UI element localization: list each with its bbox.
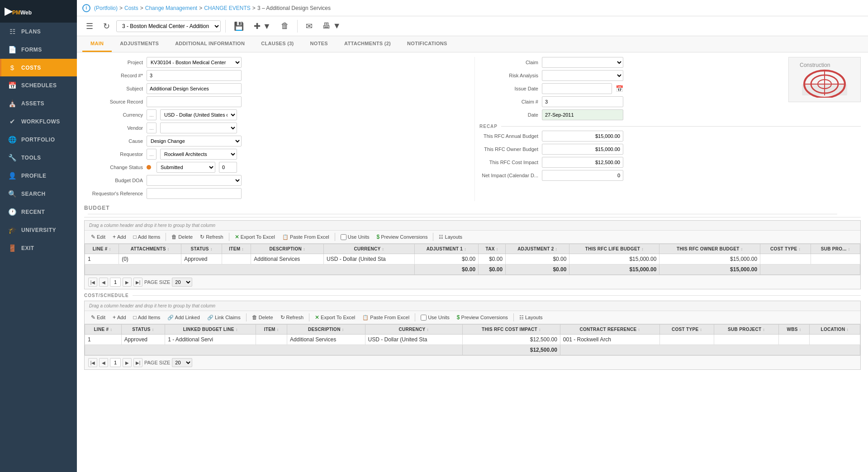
- budget-export-btn[interactable]: ✕ Export To Excel: [232, 232, 278, 241]
- sidebar-item-costs[interactable]: $ COSTS: [0, 59, 77, 76]
- cs-page-num[interactable]: [110, 358, 121, 367]
- tab-main[interactable]: MAIN: [82, 36, 112, 52]
- list-button[interactable]: ☰: [82, 19, 97, 33]
- breadcrumb-costs[interactable]: Costs: [124, 5, 138, 11]
- net-impact-field[interactable]: [542, 170, 623, 181]
- budget-use-units-btn[interactable]: Use Units: [338, 233, 372, 241]
- cs-edit-btn[interactable]: ✎ Edit: [88, 313, 108, 322]
- sidebar-item-recent[interactable]: 🕐 RECENT: [0, 203, 77, 221]
- cs-refresh-btn[interactable]: ↻ Refresh: [278, 313, 307, 322]
- sidebar-item-workflows[interactable]: ✔ WORKFLOWS: [0, 113, 77, 131]
- cs-export-btn[interactable]: ✕ Export To Excel: [312, 313, 358, 322]
- sidebar-item-schedules[interactable]: 📅 SCHEDULES: [0, 76, 77, 94]
- cs-first-page[interactable]: |◀: [88, 358, 97, 367]
- budget-preview-btn[interactable]: $ Preview Conversions: [374, 232, 430, 241]
- change-status-num[interactable]: [219, 162, 237, 173]
- change-status-field[interactable]: Submitted: [157, 162, 215, 173]
- info-icon[interactable]: i: [82, 4, 90, 12]
- subject-field[interactable]: [147, 83, 242, 94]
- budget-cell-line: 1: [85, 254, 119, 264]
- save-button[interactable]: 💾: [230, 19, 247, 33]
- cs-paste-btn[interactable]: 📋 Paste From Excel: [360, 313, 412, 322]
- budget-cell-type: [760, 254, 811, 264]
- cost-impact-field[interactable]: [542, 157, 623, 168]
- tab-notifications[interactable]: NOTIFICATIONS: [399, 36, 455, 52]
- date-field[interactable]: [542, 109, 623, 120]
- sidebar-item-label: ASSETS: [21, 100, 44, 107]
- cs-layouts-btn[interactable]: ☷ Layouts: [517, 313, 545, 322]
- budget-paste-btn[interactable]: 📋 Paste From Excel: [280, 233, 332, 241]
- print-button[interactable]: 🖶 ▼: [319, 19, 345, 33]
- cs-last-page[interactable]: ▶|: [133, 358, 142, 367]
- cs-delete-btn[interactable]: 🗑 Delete: [249, 313, 276, 322]
- tab-clauses[interactable]: CLAUSES (3): [253, 36, 302, 52]
- budget-delete-btn[interactable]: 🗑 Delete: [169, 232, 195, 241]
- undo-button[interactable]: ↻: [100, 19, 114, 33]
- sidebar-item-plans[interactable]: ☷ PLANS: [0, 23, 77, 41]
- tab-notes[interactable]: NOTES: [302, 36, 336, 52]
- sidebar-item-profile[interactable]: 👤 PROFILE: [0, 167, 77, 185]
- email-button[interactable]: ✉: [302, 19, 316, 33]
- budget-refresh-btn[interactable]: ↻ Refresh: [197, 232, 226, 241]
- sidebar-item-university[interactable]: 🎓 UNIVERSITY: [0, 221, 77, 239]
- cs-cell-desc: Additional Services: [287, 335, 365, 345]
- tab-adjustments[interactable]: ADJUSTMENTS: [112, 36, 167, 52]
- requestor-picker-btn[interactable]: …: [147, 149, 157, 160]
- delete-button[interactable]: 🗑: [277, 19, 293, 33]
- breadcrumb-portfolio[interactable]: (Portfolio): [94, 5, 118, 11]
- sidebar-item-tools[interactable]: 🔧 TOOLS: [0, 149, 77, 167]
- breadcrumb-change-events[interactable]: CHANGE EVENTS: [204, 5, 251, 11]
- currency-picker-btn[interactable]: …: [147, 109, 157, 120]
- budget-page-size[interactable]: 20 50 100: [172, 278, 192, 287]
- issue-date-field[interactable]: [542, 83, 612, 94]
- budget-first-page[interactable]: |◀: [88, 278, 97, 287]
- sidebar-item-assets[interactable]: ⛪ ASSETS: [0, 94, 77, 113]
- cs-add-linked-btn[interactable]: 🔗 Add Linked: [165, 313, 203, 322]
- sidebar-item-forms[interactable]: 📄 FORMS: [0, 41, 77, 59]
- cs-col-linked-budget: LINKED BUDGET LINE ↕: [165, 325, 256, 335]
- budget-layouts-btn[interactable]: ☷ Layouts: [436, 233, 465, 241]
- currency-field[interactable]: USD - Dollar (United States of Ameri: [160, 109, 237, 120]
- project-field[interactable]: KV30104 - Boston Medical Center: [147, 57, 242, 68]
- budget-last-page[interactable]: ▶|: [133, 278, 142, 287]
- claim-field[interactable]: [542, 57, 623, 68]
- add-button[interactable]: ✚ ▼: [250, 19, 275, 33]
- col-attachments: ATTACHMENTS ↕: [119, 244, 181, 254]
- tab-attachments[interactable]: ATTACHMENTS (2): [336, 36, 399, 52]
- cs-preview-btn[interactable]: $ Preview Conversions: [454, 313, 511, 322]
- sidebar-item-search[interactable]: 🔍 SEARCH: [0, 185, 77, 203]
- budget-edit-btn[interactable]: ✎ Edit: [88, 232, 108, 241]
- sidebar-item-portfolio[interactable]: 🌐 PORTFOLIO: [0, 131, 77, 149]
- issue-date-calendar-icon[interactable]: 📅: [616, 85, 623, 92]
- annual-budget-field[interactable]: [542, 131, 623, 142]
- cs-link-claims-btn[interactable]: 🔗 Link Claims: [204, 313, 243, 322]
- requestors-ref-field[interactable]: [147, 188, 242, 199]
- cs-add-items-btn[interactable]: □ Add Items: [131, 313, 163, 322]
- record-field[interactable]: [147, 70, 242, 81]
- cs-use-units-btn[interactable]: Use Units: [418, 313, 452, 322]
- sidebar-item-exit[interactable]: 🚪 EXIT: [0, 239, 77, 257]
- vendor-field[interactable]: [160, 123, 237, 133]
- source-record-field[interactable]: [147, 96, 242, 107]
- budget-prev-page[interactable]: ◀: [99, 278, 108, 287]
- requestor-field[interactable]: Rockwell Architects: [160, 149, 237, 160]
- breadcrumb-change-management[interactable]: Change Management: [145, 5, 197, 11]
- budget-page-num[interactable]: [110, 278, 121, 287]
- risk-analysis-field[interactable]: [542, 70, 623, 81]
- owner-budget-field[interactable]: [542, 144, 623, 155]
- recap-divider: [501, 126, 861, 127]
- budget-add-items-btn[interactable]: □ Add Items: [131, 232, 163, 241]
- claim-num-field[interactable]: [542, 96, 623, 107]
- cs-add-btn[interactable]: + Add: [110, 313, 129, 322]
- cs-page-size[interactable]: 20 50 100: [172, 358, 192, 367]
- cause-field[interactable]: Design Change: [147, 136, 242, 146]
- budget-next-page[interactable]: ▶: [123, 278, 132, 287]
- requestors-ref-label: Requestor's Reference: [84, 191, 143, 196]
- vendor-picker-btn[interactable]: …: [147, 123, 157, 133]
- cs-next-page[interactable]: ▶: [123, 358, 132, 367]
- cs-prev-page[interactable]: ◀: [99, 358, 108, 367]
- tab-additional-info[interactable]: ADDITIONAL INFORMATION: [167, 36, 253, 52]
- project-selector[interactable]: 3 - Boston Medical Center - Addition: [116, 20, 221, 32]
- budget-add-btn[interactable]: + Add: [110, 232, 129, 241]
- budget-doa-field[interactable]: [147, 175, 242, 186]
